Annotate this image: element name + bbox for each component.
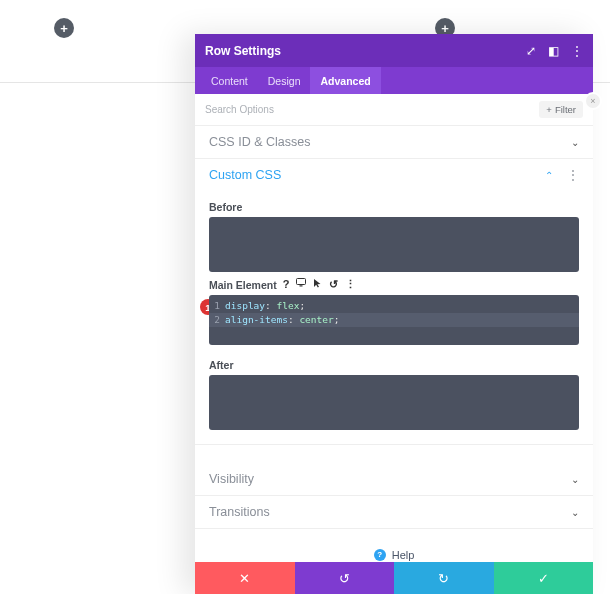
help-link[interactable]: ? Help — [374, 549, 415, 561]
section-visibility: Visibility ⌄ — [195, 463, 593, 496]
line-number: 1 — [209, 299, 225, 313]
line-number: 2 — [209, 313, 225, 327]
question-icon: ? — [374, 549, 386, 561]
modal-tabs: Content Design Advanced — [195, 67, 593, 94]
filter-label: Filter — [555, 104, 576, 115]
plus-icon: + — [546, 104, 552, 115]
section-toggle-custom-css[interactable]: Custom CSS ⌃ ⋮ — [195, 159, 593, 191]
filter-button[interactable]: + Filter — [539, 101, 583, 118]
section-title: CSS ID & Classes — [209, 135, 310, 149]
redo-button[interactable]: ↻ — [394, 562, 494, 594]
field-label-after: After — [209, 359, 579, 371]
section-toggle-transitions[interactable]: Transitions ⌄ — [195, 496, 593, 528]
svg-rect-0 — [297, 279, 306, 285]
snap-icon[interactable]: ◧ — [548, 44, 559, 58]
hover-icon[interactable] — [313, 278, 322, 291]
css-val: center — [299, 314, 333, 325]
modal-title: Row Settings — [205, 44, 281, 58]
desktop-icon[interactable] — [296, 278, 306, 291]
css-prop: display — [225, 300, 265, 311]
main-element-label: Main Element — [209, 279, 277, 291]
header-menu-icon[interactable]: ⋮ — [571, 44, 583, 58]
tab-design[interactable]: Design — [258, 67, 311, 94]
section-title: Visibility — [209, 472, 254, 486]
field-label-main: Main Element ? ↺ ⋮ — [209, 278, 579, 291]
chevron-down-icon: ⌄ — [571, 474, 579, 485]
section-title: Transitions — [209, 505, 270, 519]
code-editor-main[interactable]: 1 display: flex; 2 align-items: center; — [209, 295, 579, 345]
save-button[interactable]: ✓ — [494, 562, 594, 594]
modal-footer: ✕ ↺ ↻ ✓ — [195, 562, 593, 594]
reset-icon[interactable]: ↺ — [329, 278, 338, 291]
search-input[interactable]: Search Options — [205, 104, 274, 115]
cancel-button[interactable]: ✕ — [195, 562, 295, 594]
tab-advanced[interactable]: Advanced — [310, 67, 380, 94]
close-icon[interactable]: × — [586, 94, 600, 108]
search-row: Search Options + Filter — [195, 94, 593, 126]
expand-icon[interactable]: ⤢ — [526, 44, 536, 58]
help-label: Help — [392, 549, 415, 561]
help-icon[interactable]: ? — [283, 278, 290, 291]
code-editor-before[interactable] — [209, 217, 579, 272]
code-editor-after[interactable] — [209, 375, 579, 430]
field-label-before: Before — [209, 201, 579, 213]
css-val: flex — [277, 300, 300, 311]
svg-rect-1 — [300, 285, 303, 286]
section-title: Custom CSS — [209, 168, 281, 182]
section-custom-css: Custom CSS ⌃ ⋮ Before Main Element ? — [195, 159, 593, 445]
tab-content[interactable]: Content — [201, 67, 258, 94]
chevron-down-icon: ⌄ — [571, 137, 579, 148]
undo-button[interactable]: ↺ — [295, 562, 395, 594]
css-prop: align-items — [225, 314, 288, 325]
section-transitions: Transitions ⌄ — [195, 496, 593, 529]
section-css-id-classes: CSS ID & Classes ⌄ — [195, 126, 593, 159]
row-settings-modal: Row Settings ⤢ ◧ ⋮ Content Design Advanc… — [195, 34, 593, 594]
field-menu-icon[interactable]: ⋮ — [345, 278, 356, 291]
section-toggle-css-id[interactable]: CSS ID & Classes ⌄ — [195, 126, 593, 158]
add-section-button-left[interactable]: + — [54, 18, 74, 38]
modal-header: Row Settings ⤢ ◧ ⋮ — [195, 34, 593, 67]
section-menu-icon[interactable]: ⋮ — [567, 168, 579, 182]
section-toggle-visibility[interactable]: Visibility ⌄ — [195, 463, 593, 495]
chevron-down-icon: ⌄ — [571, 507, 579, 518]
chevron-up-icon: ⌃ — [545, 170, 553, 181]
